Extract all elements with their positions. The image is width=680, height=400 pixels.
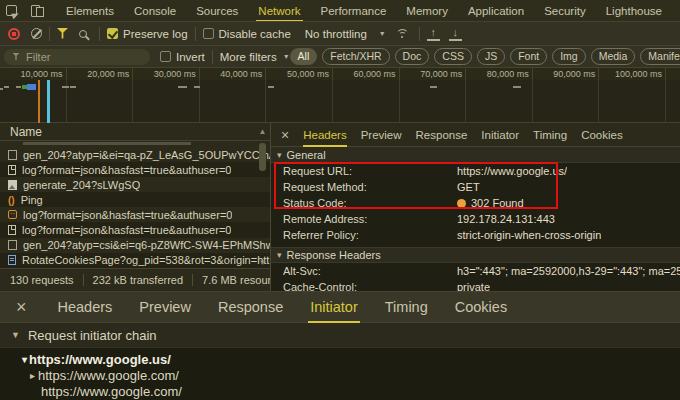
tab-cookies[interactable]: Cookies (455, 292, 507, 323)
filter-chip-css[interactable]: CSS (434, 48, 472, 65)
more-filters-button[interactable]: More filters ▼ (220, 51, 290, 63)
throttling-select[interactable]: No throttling (305, 28, 367, 40)
preserve-log-checkbox[interactable] (107, 28, 118, 39)
network-conditions-icon[interactable] (396, 28, 409, 39)
table-row[interactable]: log?format=json&hasfast=true&authuser=0 (0, 207, 270, 222)
tab-response[interactable]: Response (218, 292, 283, 323)
tab-timing[interactable]: Timing (385, 292, 428, 323)
initiator-chain-leaf[interactable]: https://www.google.com/ (0, 383, 680, 399)
close-icon[interactable]: × (281, 128, 289, 142)
scroll-down-icon[interactable]: ▼ (257, 258, 268, 267)
disable-cache-checkbox[interactable] (203, 28, 214, 39)
resources-size: 7.6 MB resources (202, 274, 270, 286)
request-mark (70, 86, 76, 88)
filter-funnel-icon[interactable] (57, 28, 68, 39)
tab-preview[interactable]: Preview (139, 292, 191, 323)
tab-lighthouse[interactable]: Lighthouse (600, 0, 668, 22)
request-bar-blue (27, 84, 36, 90)
tick-label: 60,000 ms (333, 68, 400, 80)
search-icon[interactable] (79, 30, 87, 38)
tab-application[interactable]: Application (462, 0, 530, 22)
header-row-status-code: Status Code: 302 Found (271, 195, 680, 211)
scrollbar-thumb[interactable] (259, 143, 266, 171)
tab-memory[interactable]: Memory (400, 0, 454, 22)
tab-recorder[interactable]: Recorder (676, 0, 680, 22)
filter-chip-img[interactable]: Img (552, 48, 586, 65)
tab-network[interactable]: Network (252, 0, 306, 22)
tick-label: 90,000 ms (533, 68, 600, 80)
tab-headers[interactable]: Headers (303, 123, 346, 147)
record-network-log-icon[interactable] (8, 28, 20, 40)
tick-label: 10,000 ms (0, 68, 67, 80)
vertical-scrollbar[interactable]: ▲ ▼ (257, 127, 268, 267)
network-toolbar: Preserve log Disable cache No throttling… (0, 22, 680, 46)
preserve-log-label: Preserve log (123, 28, 188, 40)
filter-input-box[interactable] (4, 49, 150, 65)
disable-cache-label: Disable cache (219, 28, 291, 40)
network-overview-strip[interactable] (0, 80, 680, 123)
scroll-up-icon[interactable]: ▲ (257, 127, 268, 136)
tab-console[interactable]: Console (128, 0, 182, 22)
request-initiator-chain-header[interactable]: Request initiator chain (0, 323, 680, 348)
requests-count: 130 requests (10, 274, 74, 286)
table-row[interactable]: gen_204?atyp=csi&ei=q6-pZ8WfC-SW4-EPhMSh… (0, 238, 270, 253)
details-tabbar: × Headers Preview Response Initiator Tim… (271, 123, 680, 147)
general-section-header[interactable]: General (271, 147, 680, 163)
table-row[interactable]: gen_204?atyp=i&ei=qa-pZ_LeAsG_5OUPwYCCmA… (0, 147, 270, 162)
filter-input[interactable] (26, 51, 126, 63)
request-mark (430, 86, 437, 88)
invert-label: Invert (176, 51, 205, 63)
tab-cookies[interactable]: Cookies (581, 123, 623, 147)
blank-file-icon (8, 240, 17, 250)
initiator-chain-root[interactable]: https://www.google.us/ (0, 351, 680, 367)
tab-response[interactable]: Response (416, 123, 468, 147)
clear-network-log-icon[interactable] (31, 28, 42, 39)
image-icon (8, 180, 17, 190)
filter-chip-media[interactable]: Media (591, 48, 636, 65)
device-toolbar-icon[interactable] (31, 4, 44, 17)
initiator-pane: × Headers Preview Response Initiator Tim… (0, 291, 680, 400)
filter-chip-fetchxhr[interactable]: Fetch/XHR (322, 48, 389, 65)
tab-initiator[interactable]: Initiator (481, 123, 519, 147)
export-har-icon[interactable]: ↓ (449, 27, 462, 41)
tab-elements[interactable]: Elements (60, 0, 120, 22)
divider (212, 50, 213, 64)
filter-chip-manifest[interactable]: Manifest (640, 48, 680, 65)
name-column-header[interactable]: Name (0, 123, 270, 141)
chevron-down-icon: ▼ (283, 53, 290, 60)
divider (49, 27, 50, 41)
request-mark (16, 86, 21, 88)
tick-label: 30,000 ms (133, 68, 200, 80)
divider (195, 27, 196, 41)
timeline-ruler: 10,000 ms 20,000 ms 30,000 ms 40,000 ms … (0, 68, 680, 80)
filter-chip-all[interactable]: All (290, 48, 318, 65)
tab-initiator[interactable]: Initiator (310, 292, 358, 323)
table-row[interactable]: RotateCookiesPage?og_pid=538&rot=3&origi… (0, 253, 270, 268)
invert-checkbox[interactable] (160, 51, 171, 62)
response-headers-section-header[interactable]: Response Headers (271, 247, 680, 263)
close-icon[interactable]: × (16, 298, 27, 316)
divider (99, 27, 100, 41)
devtools-window: Elements Console Sources Network Perform… (0, 0, 680, 400)
partially-scrolled-row[interactable] (0, 141, 270, 147)
filter-chip-doc[interactable]: Doc (395, 48, 430, 65)
tab-headers[interactable]: Headers (58, 292, 113, 323)
header-row-cache-control: Cache-Control: private (271, 279, 680, 291)
blank-file-icon (8, 150, 17, 160)
tab-security[interactable]: Security (538, 0, 592, 22)
tab-performance[interactable]: Performance (315, 0, 393, 22)
table-row[interactable]: Ping (0, 192, 270, 207)
table-row[interactable]: log?format=json&hasfast=true&authuser=0 (0, 162, 270, 177)
import-har-icon[interactable]: ↑ (427, 27, 440, 41)
table-row[interactable]: generate_204?sLWgSQ (0, 177, 270, 192)
initiator-chain-child[interactable]: https://www.google.com/ (0, 367, 680, 383)
tab-timing[interactable]: Timing (533, 123, 567, 147)
html-doc-icon (8, 255, 16, 265)
tab-sources[interactable]: Sources (190, 0, 244, 22)
table-row[interactable]: log?format=json&hasfast=true&authuser=0 (0, 222, 270, 237)
network-summary-bar: 130 requests 232 kB transferred 7.6 MB r… (0, 268, 270, 291)
filter-chip-js[interactable]: JS (477, 48, 505, 65)
filter-chip-font[interactable]: Font (510, 48, 547, 65)
tab-preview[interactable]: Preview (361, 123, 402, 147)
inspect-element-icon[interactable] (6, 5, 17, 16)
